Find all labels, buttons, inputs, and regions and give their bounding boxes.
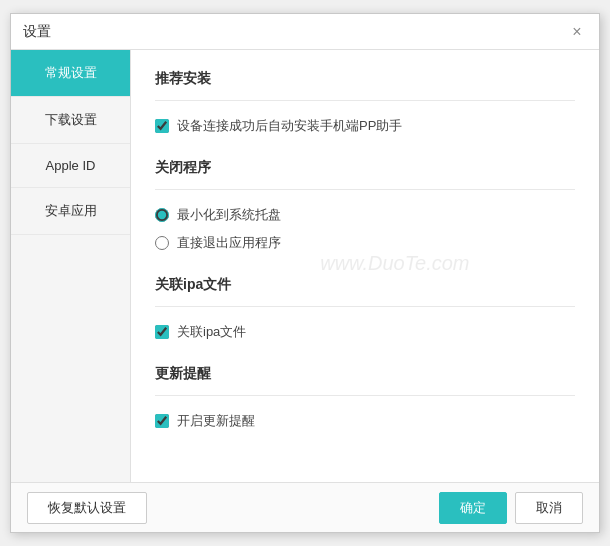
- option-enable-update[interactable]: 开启更新提醒: [155, 412, 575, 430]
- divider-close: [155, 189, 575, 190]
- cancel-button[interactable]: 取消: [515, 492, 583, 524]
- checkbox-auto-install[interactable]: [155, 119, 169, 133]
- divider-update: [155, 395, 575, 396]
- footer-left: 恢复默认设置: [27, 492, 147, 524]
- sidebar: 常规设置 下载设置 Apple ID 安卓应用: [11, 50, 131, 482]
- sidebar-item-android[interactable]: 安卓应用: [11, 188, 130, 235]
- footer-right: 确定 取消: [439, 492, 583, 524]
- confirm-button[interactable]: 确定: [439, 492, 507, 524]
- dialog-title: 设置: [23, 23, 51, 41]
- option-assoc-ipa[interactable]: 关联ipa文件: [155, 323, 575, 341]
- divider-ipa: [155, 306, 575, 307]
- section-recommend-title: 推荐安装: [155, 70, 575, 88]
- section-recommend: 推荐安装 设备连接成功后自动安装手机端PP助手: [155, 70, 575, 135]
- radio-minimize-tray[interactable]: [155, 208, 169, 222]
- checkbox-enable-update[interactable]: [155, 414, 169, 428]
- option-minimize-tray[interactable]: 最小化到系统托盘: [155, 206, 575, 224]
- close-button[interactable]: ×: [567, 22, 587, 42]
- option-auto-install[interactable]: 设备连接成功后自动安装手机端PP助手: [155, 117, 575, 135]
- sidebar-item-general[interactable]: 常规设置: [11, 50, 130, 97]
- footer: 恢复默认设置 确定 取消: [11, 482, 599, 532]
- section-update-reminder: 更新提醒 开启更新提醒: [155, 365, 575, 430]
- section-close-program: 关闭程序 最小化到系统托盘 直接退出应用程序: [155, 159, 575, 252]
- sidebar-item-apple-id[interactable]: Apple ID: [11, 144, 130, 188]
- option-direct-exit[interactable]: 直接退出应用程序: [155, 234, 575, 252]
- main-content: www.DuoTe.com 推荐安装 设备连接成功后自动安装手机端PP助手 关闭…: [131, 50, 599, 482]
- section-update-title: 更新提醒: [155, 365, 575, 383]
- content-area: 常规设置 下载设置 Apple ID 安卓应用 www.DuoTe.com 推荐…: [11, 50, 599, 482]
- section-ipa-title: 关联ipa文件: [155, 276, 575, 294]
- watermark: www.DuoTe.com: [320, 252, 469, 275]
- checkbox-assoc-ipa[interactable]: [155, 325, 169, 339]
- settings-dialog: 设置 × 常规设置 下载设置 Apple ID 安卓应用 www.DuoTe.c…: [10, 13, 600, 533]
- title-bar: 设置 ×: [11, 14, 599, 50]
- divider-recommend: [155, 100, 575, 101]
- restore-defaults-button[interactable]: 恢复默认设置: [27, 492, 147, 524]
- section-associate-ipa: 关联ipa文件 关联ipa文件: [155, 276, 575, 341]
- section-close-title: 关闭程序: [155, 159, 575, 177]
- radio-direct-exit[interactable]: [155, 236, 169, 250]
- sidebar-item-download[interactable]: 下载设置: [11, 97, 130, 144]
